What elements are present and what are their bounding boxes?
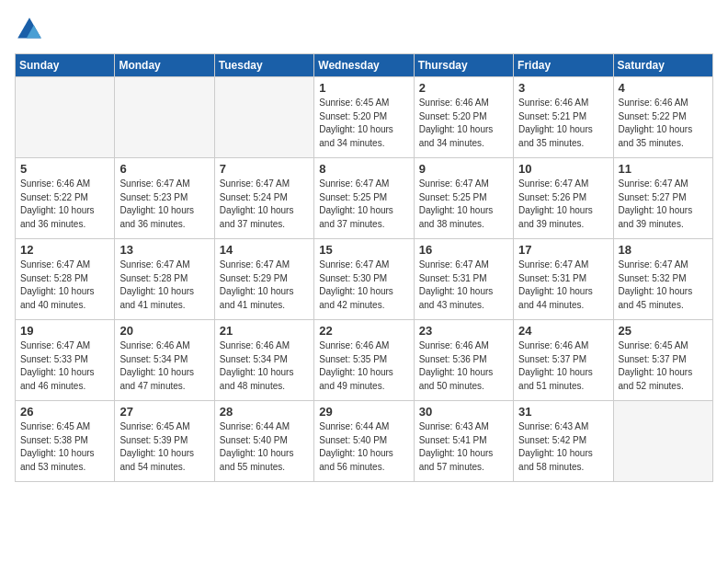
logo-icon [15, 15, 44, 44]
day-number: 22 [319, 324, 408, 338]
calendar-week-2: 5Sunrise: 6:46 AM Sunset: 5:22 PM Daylig… [16, 158, 713, 239]
day-info: Sunrise: 6:47 AM Sunset: 5:24 PM Dayligh… [220, 178, 309, 231]
day-info: Sunrise: 6:47 AM Sunset: 5:30 PM Dayligh… [319, 259, 408, 312]
calendar-week-3: 12Sunrise: 6:47 AM Sunset: 5:28 PM Dayli… [16, 239, 713, 320]
day-number: 5 [20, 162, 109, 176]
calendar-body: 1Sunrise: 6:45 AM Sunset: 5:20 PM Daylig… [16, 77, 713, 482]
calendar-cell [214, 77, 313, 158]
day-info: Sunrise: 6:47 AM Sunset: 5:31 PM Dayligh… [419, 259, 508, 312]
calendar-cell: 9Sunrise: 6:47 AM Sunset: 5:25 PM Daylig… [414, 158, 513, 239]
calendar-cell: 25Sunrise: 6:45 AM Sunset: 5:37 PM Dayli… [613, 320, 712, 401]
calendar-cell: 11Sunrise: 6:47 AM Sunset: 5:27 PM Dayli… [613, 158, 712, 239]
calendar-cell: 31Sunrise: 6:43 AM Sunset: 5:42 PM Dayli… [514, 401, 613, 482]
day-number: 4 [619, 81, 708, 95]
day-number: 24 [518, 324, 608, 338]
day-info: Sunrise: 6:46 AM Sunset: 5:35 PM Dayligh… [319, 339, 408, 393]
day-number: 6 [119, 162, 209, 176]
calendar-header-tuesday: Tuesday [214, 54, 313, 77]
day-info: Sunrise: 6:47 AM Sunset: 5:28 PM Dayligh… [20, 259, 109, 312]
day-number: 14 [220, 243, 309, 257]
calendar-week-1: 1Sunrise: 6:45 AM Sunset: 5:20 PM Daylig… [16, 77, 713, 158]
day-number: 10 [518, 162, 608, 176]
day-info: Sunrise: 6:47 AM Sunset: 5:28 PM Dayligh… [119, 259, 209, 312]
day-number: 17 [518, 243, 608, 257]
calendar-cell: 16Sunrise: 6:47 AM Sunset: 5:31 PM Dayli… [414, 239, 513, 320]
calendar-cell: 17Sunrise: 6:47 AM Sunset: 5:31 PM Dayli… [514, 239, 613, 320]
day-info: Sunrise: 6:45 AM Sunset: 5:39 PM Dayligh… [119, 420, 209, 474]
day-number: 2 [419, 81, 508, 95]
calendar-header-row: SundayMondayTuesdayWednesdayThursdayFrid… [16, 54, 713, 77]
calendar-cell: 22Sunrise: 6:46 AM Sunset: 5:35 PM Dayli… [314, 320, 414, 401]
day-number: 31 [518, 405, 608, 419]
calendar-cell: 2Sunrise: 6:46 AM Sunset: 5:20 PM Daylig… [414, 77, 513, 158]
day-number: 21 [220, 324, 309, 338]
calendar-cell: 5Sunrise: 6:46 AM Sunset: 5:22 PM Daylig… [16, 158, 115, 239]
day-number: 29 [319, 405, 408, 419]
day-number: 1 [319, 81, 408, 95]
calendar-header-sunday: Sunday [16, 54, 115, 77]
calendar-cell: 24Sunrise: 6:46 AM Sunset: 5:37 PM Dayli… [514, 320, 613, 401]
logo [15, 15, 48, 44]
day-info: Sunrise: 6:46 AM Sunset: 5:20 PM Dayligh… [419, 97, 508, 150]
day-number: 20 [119, 324, 209, 338]
day-info: Sunrise: 6:46 AM Sunset: 5:21 PM Dayligh… [518, 97, 608, 150]
page-header [15, 15, 713, 44]
day-number: 16 [419, 243, 508, 257]
day-info: Sunrise: 6:45 AM Sunset: 5:38 PM Dayligh… [20, 420, 109, 474]
day-number: 3 [518, 81, 608, 95]
calendar-header-friday: Friday [514, 54, 613, 77]
day-number: 26 [20, 405, 109, 419]
calendar-header-saturday: Saturday [613, 54, 712, 77]
day-number: 18 [619, 243, 708, 257]
day-info: Sunrise: 6:45 AM Sunset: 5:37 PM Dayligh… [619, 339, 708, 393]
calendar-cell: 1Sunrise: 6:45 AM Sunset: 5:20 PM Daylig… [314, 77, 414, 158]
day-info: Sunrise: 6:47 AM Sunset: 5:33 PM Dayligh… [20, 339, 109, 393]
day-number: 9 [419, 162, 508, 176]
day-info: Sunrise: 6:46 AM Sunset: 5:36 PM Dayligh… [419, 339, 508, 393]
day-info: Sunrise: 6:47 AM Sunset: 5:25 PM Dayligh… [419, 178, 508, 231]
day-info: Sunrise: 6:46 AM Sunset: 5:37 PM Dayligh… [518, 339, 608, 393]
calendar-cell: 13Sunrise: 6:47 AM Sunset: 5:28 PM Dayli… [115, 239, 214, 320]
calendar-cell: 18Sunrise: 6:47 AM Sunset: 5:32 PM Dayli… [613, 239, 712, 320]
calendar-cell: 12Sunrise: 6:47 AM Sunset: 5:28 PM Dayli… [16, 239, 115, 320]
calendar-cell: 23Sunrise: 6:46 AM Sunset: 5:36 PM Dayli… [414, 320, 513, 401]
calendar-cell: 6Sunrise: 6:47 AM Sunset: 5:23 PM Daylig… [115, 158, 214, 239]
calendar-table: SundayMondayTuesdayWednesdayThursdayFrid… [15, 53, 713, 482]
day-number: 8 [319, 162, 408, 176]
day-number: 27 [119, 405, 209, 419]
calendar-cell: 4Sunrise: 6:46 AM Sunset: 5:22 PM Daylig… [613, 77, 712, 158]
day-number: 15 [319, 243, 408, 257]
day-number: 28 [220, 405, 309, 419]
day-info: Sunrise: 6:46 AM Sunset: 5:34 PM Dayligh… [220, 339, 309, 393]
day-number: 13 [119, 243, 209, 257]
calendar-cell [613, 401, 712, 482]
calendar-cell: 15Sunrise: 6:47 AM Sunset: 5:30 PM Dayli… [314, 239, 414, 320]
day-info: Sunrise: 6:46 AM Sunset: 5:34 PM Dayligh… [119, 339, 209, 393]
calendar-header-thursday: Thursday [414, 54, 513, 77]
calendar-cell: 27Sunrise: 6:45 AM Sunset: 5:39 PM Dayli… [115, 401, 214, 482]
day-number: 19 [20, 324, 109, 338]
day-info: Sunrise: 6:47 AM Sunset: 5:32 PM Dayligh… [619, 259, 708, 312]
day-info: Sunrise: 6:43 AM Sunset: 5:42 PM Dayligh… [518, 420, 608, 474]
calendar-cell: 10Sunrise: 6:47 AM Sunset: 5:26 PM Dayli… [514, 158, 613, 239]
calendar-cell: 14Sunrise: 6:47 AM Sunset: 5:29 PM Dayli… [214, 239, 313, 320]
day-info: Sunrise: 6:43 AM Sunset: 5:41 PM Dayligh… [419, 420, 508, 474]
calendar-cell: 3Sunrise: 6:46 AM Sunset: 5:21 PM Daylig… [514, 77, 613, 158]
day-number: 23 [419, 324, 508, 338]
calendar-week-5: 26Sunrise: 6:45 AM Sunset: 5:38 PM Dayli… [16, 401, 713, 482]
day-info: Sunrise: 6:47 AM Sunset: 5:31 PM Dayligh… [518, 259, 608, 312]
calendar-header-monday: Monday [115, 54, 214, 77]
day-info: Sunrise: 6:47 AM Sunset: 5:26 PM Dayligh… [518, 178, 608, 231]
calendar-cell: 7Sunrise: 6:47 AM Sunset: 5:24 PM Daylig… [214, 158, 313, 239]
day-info: Sunrise: 6:47 AM Sunset: 5:23 PM Dayligh… [119, 178, 209, 231]
day-number: 7 [220, 162, 309, 176]
calendar-cell: 26Sunrise: 6:45 AM Sunset: 5:38 PM Dayli… [16, 401, 115, 482]
day-info: Sunrise: 6:45 AM Sunset: 5:20 PM Dayligh… [319, 97, 408, 150]
calendar-header-wednesday: Wednesday [314, 54, 414, 77]
day-info: Sunrise: 6:46 AM Sunset: 5:22 PM Dayligh… [619, 97, 708, 150]
day-info: Sunrise: 6:46 AM Sunset: 5:22 PM Dayligh… [20, 178, 109, 231]
calendar-cell: 19Sunrise: 6:47 AM Sunset: 5:33 PM Dayli… [16, 320, 115, 401]
day-info: Sunrise: 6:44 AM Sunset: 5:40 PM Dayligh… [220, 420, 309, 474]
day-info: Sunrise: 6:47 AM Sunset: 5:25 PM Dayligh… [319, 178, 408, 231]
calendar-cell [16, 77, 115, 158]
